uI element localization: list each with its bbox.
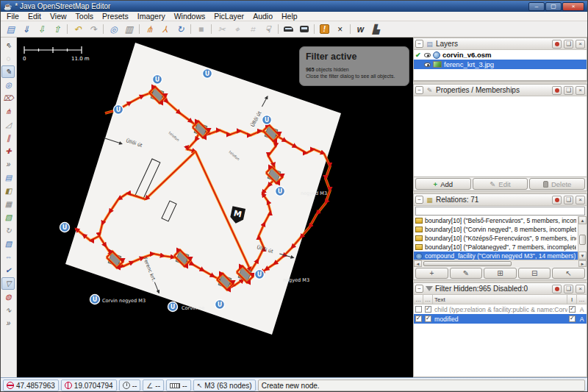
relation-list-item-selected[interactable]: compound_facility ("Corvin negyed M3", 1…: [414, 252, 578, 260]
zoom-to-selection-icon[interactable]: ◎: [106, 22, 121, 36]
scroll-up-icon[interactable]: ▲: [578, 216, 587, 224]
dock-icon[interactable]: ❏: [564, 86, 573, 95]
purge-icon[interactable]: ⌗: [245, 22, 260, 36]
filter-row-selected[interactable]: modified A: [414, 314, 587, 324]
layers-panel-icon[interactable]: ▤: [1, 171, 15, 184]
menu-item[interactable]: Help: [277, 12, 302, 21]
more-panels-icon[interactable]: »: [1, 317, 15, 329]
tags-panel-icon[interactable]: ◧: [1, 185, 15, 197]
open-icon[interactable]: ▤: [3, 22, 18, 36]
more-tools-icon[interactable]: »: [1, 158, 15, 171]
bus-icon[interactable]: [296, 22, 312, 36]
conflict-panel-icon[interactable]: ◍: [1, 291, 15, 303]
select-relation-button[interactable]: ↖: [552, 268, 585, 279]
angle-snap-tool-icon[interactable]: ◿: [1, 118, 15, 131]
selection-field[interactable]: ↖M3 (63 nodes): [193, 379, 256, 391]
upload-icon[interactable]: ⇧: [49, 22, 65, 36]
close-panel-icon[interactable]: ×: [576, 285, 585, 293]
validator-panel-icon[interactable]: ✔: [1, 264, 15, 277]
sticky-icon[interactable]: [552, 196, 562, 204]
parallel-way-tool-icon[interactable]: ∥: [1, 132, 15, 144]
relation-list-item[interactable]: boundary[10] ("Középső-Ferencváros", 9 m…: [414, 234, 578, 243]
menu-item[interactable]: Edit: [24, 12, 46, 21]
menu-item[interactable]: PicLayer: [209, 12, 248, 21]
new-relation-button[interactable]: +: [415, 268, 448, 279]
scroll-thumb[interactable]: [579, 235, 586, 245]
combine-way-icon[interactable]: ⅄: [157, 22, 173, 36]
menu-item[interactable]: View: [46, 12, 71, 21]
menu-item[interactable]: Tools: [71, 12, 98, 21]
download-icon[interactable]: ⇩: [34, 22, 49, 36]
menu-item[interactable]: Presets: [98, 12, 133, 21]
measurement-panel-icon[interactable]: ∿: [1, 304, 15, 316]
delete-mode-icon[interactable]: ×: [332, 22, 348, 36]
way-tool-icon[interactable]: ⋔: [1, 105, 15, 118]
edit-relation-button[interactable]: ✎: [450, 268, 483, 279]
improve-way-tool-icon[interactable]: ✚: [1, 145, 15, 157]
wireframe-style-icon[interactable]: ■: [193, 22, 209, 36]
enable-checkbox[interactable]: [415, 306, 422, 313]
collapse-icon[interactable]: −: [415, 196, 423, 204]
duplicate-relation-button[interactable]: ⊞: [484, 268, 517, 279]
preferences-icon[interactable]: ▥: [121, 22, 137, 36]
industrial-icon[interactable]: ▙: [368, 22, 384, 36]
select-tool-icon[interactable]: ⇖: [1, 39, 15, 51]
wiki-icon[interactable]: w: [353, 22, 368, 36]
filter-row[interactable]: child (type:relation & facility:public &…: [414, 304, 587, 314]
imagery-panel-icon[interactable]: ▧: [1, 211, 15, 224]
sticky-icon[interactable]: [552, 86, 562, 95]
menu-item[interactable]: Windows: [170, 12, 210, 21]
relations-panel-icon[interactable]: ▦: [1, 198, 15, 210]
close-panel-icon[interactable]: ×: [576, 40, 585, 49]
relation-list-item[interactable]: boundary[10] ("Corvin negyed", 8 members…: [414, 225, 578, 234]
menu-item[interactable]: Audio: [248, 12, 277, 21]
menu-item[interactable]: File: [2, 12, 24, 21]
scroll-down-icon[interactable]: ▼: [578, 252, 587, 260]
dock-icon[interactable]: ❏: [564, 196, 573, 204]
sticky-icon[interactable]: [552, 285, 562, 293]
dock-icon[interactable]: ❏: [564, 285, 573, 293]
edit-tag-button[interactable]: ✎Edit: [473, 178, 528, 190]
undo-icon[interactable]: ↶: [70, 22, 85, 36]
follow-line-icon[interactable]: ☟: [260, 22, 276, 36]
dock-icon[interactable]: ❏: [564, 40, 573, 49]
save-icon[interactable]: ⇓: [18, 22, 34, 36]
close-button[interactable]: ×: [562, 2, 584, 11]
hide-checkbox[interactable]: [425, 306, 431, 313]
minimize-button[interactable]: –: [528, 2, 545, 11]
redo-icon[interactable]: ↷: [85, 22, 101, 36]
unglue-way-icon[interactable]: ✂: [214, 22, 229, 36]
properties-list[interactable]: [414, 96, 587, 177]
update-data-icon[interactable]: ↻: [173, 22, 188, 36]
lasso-tool-icon[interactable]: ◌: [1, 52, 15, 65]
add-tag-button[interactable]: +Add: [415, 178, 471, 190]
collapse-icon[interactable]: −: [415, 86, 423, 94]
warning-icon[interactable]: !: [317, 22, 332, 36]
scroll-right-icon[interactable]: ►: [578, 260, 587, 267]
minimap-panel-icon[interactable]: ⇔: [1, 251, 15, 263]
visibility-eye-icon[interactable]: [424, 53, 431, 57]
delete-relation-button[interactable]: ⊟: [518, 268, 551, 279]
hide-checkbox[interactable]: [425, 316, 431, 322]
filter-panel-icon[interactable]: ▽: [1, 277, 15, 290]
menu-item[interactable]: Imagery: [133, 12, 170, 21]
relation-list-item[interactable]: boundary[10] ("Palotanegyed", 7 members,…: [414, 243, 578, 252]
mappaint-panel-icon[interactable]: ▨: [1, 238, 15, 250]
zoom-tool-icon[interactable]: ◎: [1, 79, 15, 91]
simplify-way-icon[interactable]: ⌖: [229, 22, 245, 36]
close-panel-icon[interactable]: ×: [576, 196, 585, 204]
inverted-checkbox[interactable]: [569, 316, 576, 322]
layer-row-osm[interactable]: ✔ corvin_v6.osm: [414, 50, 587, 60]
horizontal-scrollbar[interactable]: ◄ ►: [414, 260, 587, 267]
delete-tag-button[interactable]: Delete: [529, 178, 585, 190]
relations-filter-input[interactable]: [415, 207, 585, 215]
vertical-scrollbar[interactable]: ▲ ▼: [578, 216, 587, 260]
rotate-panel-icon[interactable]: ↻: [1, 224, 15, 237]
draw-node-tool-icon[interactable]: ✎: [1, 65, 15, 78]
split-way-icon[interactable]: ⋔: [142, 22, 157, 36]
delete-tool-icon[interactable]: ⌦: [1, 92, 15, 104]
collapse-icon[interactable]: −: [415, 285, 423, 293]
sticky-icon[interactable]: [552, 40, 562, 49]
relation-list-item[interactable]: boundary[10] ("Belső-Ferencváros", 5 mem…: [414, 216, 578, 225]
inverted-checkbox[interactable]: [569, 306, 576, 313]
